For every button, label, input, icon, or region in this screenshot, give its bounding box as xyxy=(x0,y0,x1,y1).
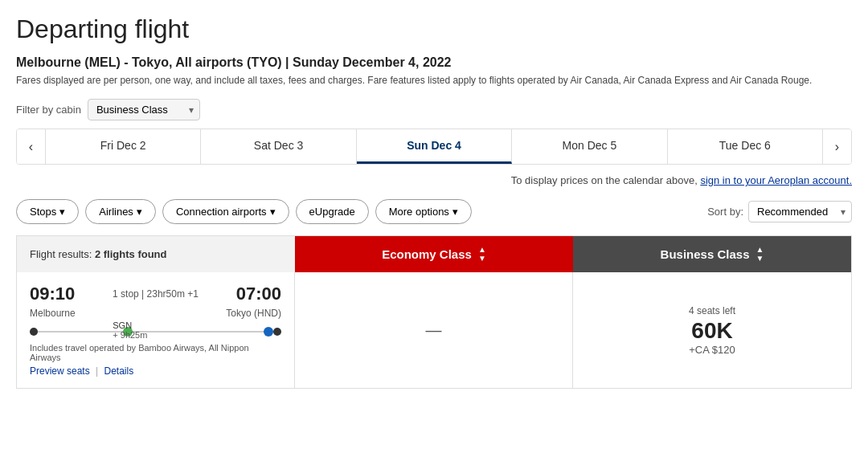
price-cash: +CA $120 xyxy=(689,344,735,356)
pipe-separator: | xyxy=(96,365,98,377)
arrive-city: Tokyo (HND) xyxy=(226,308,281,319)
filter-row: Filter by cabin Business Class Economy C… xyxy=(16,99,852,120)
preview-seats-link[interactable]: Preview seats xyxy=(30,365,90,377)
filter-label: Filter by cabin xyxy=(16,104,81,116)
economy-dash: — xyxy=(426,321,442,340)
sign-in-note: To display prices on the calendar above,… xyxy=(16,174,852,186)
depart-city: Melbourne xyxy=(30,308,76,319)
arrive-dot xyxy=(273,328,281,336)
preview-links: Preview seats | Details xyxy=(30,365,281,377)
economy-price-cell: — xyxy=(295,272,573,388)
chevron-down-icon: ▾ xyxy=(59,206,65,218)
arrive-time: 07:00 xyxy=(236,284,281,304)
stops-filter-button[interactable]: Stops ▾ xyxy=(16,199,79,224)
details-link[interactable]: Details xyxy=(104,365,134,377)
business-class-header[interactable]: Business Class ▲ ▼ xyxy=(573,236,851,272)
chevron-down-icon: ▾ xyxy=(270,206,276,218)
calendar-prev-button[interactable]: ‹ xyxy=(17,129,46,164)
route-info: Melbourne (MEL) - Tokyo, All airports (T… xyxy=(16,55,852,70)
seats-left: 4 seats left xyxy=(689,305,735,316)
stop-info: 1 stop | 23hr50m +1 xyxy=(113,284,199,300)
airlines-filter-button[interactable]: Airlines ▾ xyxy=(85,199,156,224)
origin-dot xyxy=(30,328,38,336)
calendar-day-2[interactable]: Sun Dec 4 xyxy=(357,129,512,164)
flight-info-cell: 09:10 1 stop | 23hr50m +1 07:00 Melbourn… xyxy=(17,272,295,388)
calendar-day-4[interactable]: Tue Dec 6 xyxy=(668,129,822,164)
flight-times: 09:10 1 stop | 23hr50m +1 07:00 xyxy=(30,284,281,304)
stop-label: SGN + 9h25m xyxy=(113,320,147,340)
calendar-day-3[interactable]: Mon Dec 5 xyxy=(512,129,667,164)
more-options-button[interactable]: More options ▾ xyxy=(375,199,472,224)
results-header: Flight results: 2 flights found Economy … xyxy=(16,235,852,272)
route-line: SGN + 9h25m xyxy=(30,324,281,340)
economy-sort-arrows: ▲ ▼ xyxy=(478,246,486,263)
business-sort-arrows: ▲ ▼ xyxy=(755,246,764,263)
airports: Melbourne Tokyo (HND) xyxy=(30,308,281,319)
connection-airports-filter-button[interactable]: Connection airports ▾ xyxy=(162,199,289,224)
filter-cabin-select[interactable]: Business Class Economy Class Business Cl… xyxy=(88,99,200,120)
price-points: 60K xyxy=(691,320,732,342)
stop-duration: + 9h25m xyxy=(113,330,147,340)
sort-select-wrapper: Recommended Price Duration xyxy=(748,201,852,222)
depart-time: 09:10 xyxy=(30,284,75,304)
calendar-nav: ‹ Fri Dec 2 Sat Dec 3 Sun Dec 4 Mon Dec … xyxy=(16,129,852,165)
economy-class-header[interactable]: Economy Class ▲ ▼ xyxy=(295,236,573,272)
page-title: Departing flight xyxy=(16,14,852,44)
table-row: 09:10 1 stop | 23hr50m +1 07:00 Melbourn… xyxy=(16,272,852,389)
calendar-day-0[interactable]: Fri Dec 2 xyxy=(46,129,201,164)
chevron-down-icon: ▾ xyxy=(452,206,458,218)
results-header-left: Flight results: 2 flights found xyxy=(17,236,295,272)
operated-by: Includes travel operated by Bamboo Airwa… xyxy=(30,343,281,362)
eupgrade-button[interactable]: eUpgrade xyxy=(296,199,369,224)
filter-cabin-wrapper: Business Class Economy Class Business Cl… xyxy=(88,99,200,120)
route-line-bar xyxy=(30,331,281,333)
sort-select[interactable]: Recommended Price Duration xyxy=(748,201,852,222)
sign-in-link[interactable]: sign in to your Aeroplan account. xyxy=(700,174,852,186)
chevron-down-icon: ▾ xyxy=(137,206,142,218)
filter-buttons-row: Stops ▾ Airlines ▾ Connection airports ▾… xyxy=(16,199,852,224)
fare-note: Fares displayed are per person, one way,… xyxy=(16,75,852,86)
page-container: Departing flight Melbourne (MEL) - Tokyo… xyxy=(0,0,868,405)
destination-dot xyxy=(264,327,273,337)
business-price-cell[interactable]: 4 seats left 60K +CA $120 xyxy=(573,272,851,388)
calendar-day-1[interactable]: Sat Dec 3 xyxy=(201,129,356,164)
calendar-next-button[interactable]: › xyxy=(822,129,851,164)
sort-row: Sort by: Recommended Price Duration xyxy=(707,201,852,222)
results-count: 2 flights found xyxy=(95,248,167,260)
